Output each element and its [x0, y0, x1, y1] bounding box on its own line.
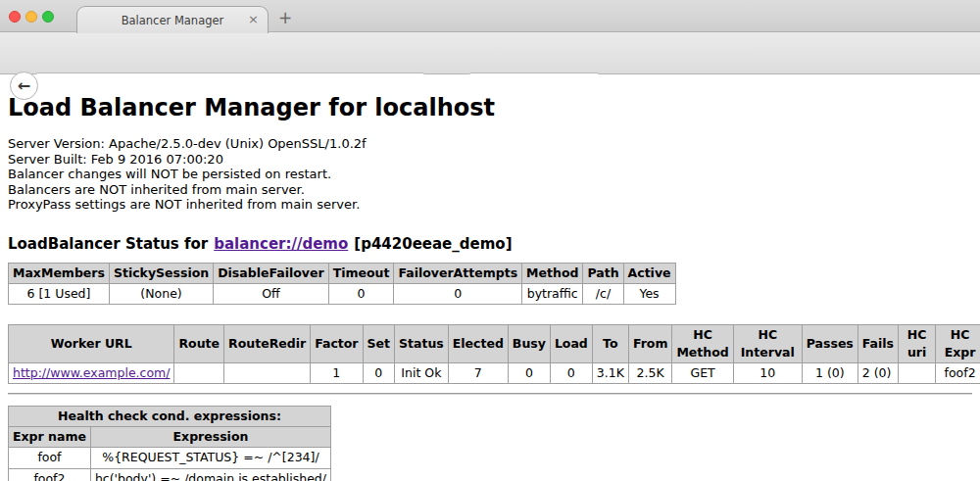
table-row: foof %{REQUEST_STATUS} =~ /^[234]/ [9, 448, 331, 468]
col-status: Status [395, 324, 449, 362]
hc-table-title: Health check cond. expressions: [9, 407, 331, 427]
balancer-summary-table: MaxMembers StickySession DisableFailover… [8, 263, 676, 305]
tab-close-icon[interactable]: × [248, 13, 259, 26]
col-hc-expr: HC Expr [936, 324, 980, 362]
cell-factor: 1 [311, 363, 363, 384]
cell-hc-expr: foof2 [936, 363, 980, 384]
col-worker-url: Worker URL [9, 324, 174, 362]
status-heading-prefix: LoadBalancer Status for [8, 235, 208, 253]
table-header-row: Worker URL Route RouteRedir Factor Set S… [9, 324, 980, 362]
inherit-note-line: Balancers are NOT inherited from main se… [8, 182, 972, 198]
col-expression: Expression [90, 427, 330, 448]
table-header-row: Expr name Expression [9, 427, 331, 448]
table-header-row: MaxMembers StickySession DisableFailover… [9, 263, 676, 283]
col-timeout: Timeout [328, 263, 394, 283]
col-hc-interval: HC Interval [733, 324, 802, 362]
page-title: Load Balancer Manager for localhost [8, 94, 972, 121]
col-elected: Elected [448, 324, 508, 362]
table-title-row: Health check cond. expressions: [9, 407, 331, 427]
cell-path: /c/ [583, 283, 623, 304]
cell-expr-name: foof2 [9, 468, 91, 481]
balancer-demo-link[interactable]: balancer://demo [214, 235, 348, 253]
col-failoverattempts: FailoverAttempts [394, 263, 522, 283]
col-maxmembers: MaxMembers [9, 263, 110, 283]
health-check-table: Health check cond. expressions: Expr nam… [8, 406, 331, 481]
browser-toolbar: ← ☆ [0, 32, 980, 74]
cell-disablefailover: Off [214, 283, 328, 304]
col-load: Load [550, 324, 592, 362]
col-hc-method: HC Method [672, 324, 733, 362]
worker-url-link[interactable]: http://www.example.com/ [13, 365, 170, 380]
cell-expr-name: foof [9, 448, 91, 468]
status-heading-suffix: [p4420eeae_demo] [354, 235, 512, 253]
col-disablefailover: DisableFailover [214, 263, 328, 283]
cell-stickysession: (None) [109, 283, 213, 304]
col-busy: Busy [508, 324, 550, 362]
col-path: Path [583, 263, 623, 283]
window-minimize-button[interactable] [25, 11, 37, 23]
window-zoom-button[interactable] [42, 11, 54, 23]
cell-active: Yes [623, 283, 675, 304]
col-passes: Passes [802, 324, 858, 362]
cell-hc-uri [899, 363, 936, 384]
table-row: http://www.example.com/ 1 0 Init Ok 7 0 … [9, 363, 980, 384]
page-content: Load Balancer Manager for localhost Serv… [0, 74, 980, 481]
server-info: Server Version: Apache/2.5.0-dev (Unix) … [8, 136, 972, 213]
cell-status: Init Ok [395, 363, 449, 384]
cell-set: 0 [363, 363, 394, 384]
col-method: Method [522, 263, 583, 283]
proxypass-note-line: ProxyPass settings are NOT inherited fro… [8, 197, 972, 213]
persist-note-line: Balancer changes will NOT be persisted o… [8, 167, 972, 182]
tab-title: Balancer Manager [122, 14, 224, 27]
cell-busy: 0 [508, 363, 550, 384]
cell-expression: hc('body') =~ /domain is established/ [90, 468, 330, 481]
cell-from: 2.5K [628, 363, 672, 384]
server-built-line: Server Built: Feb 9 2016 07:00:20 [8, 152, 972, 168]
col-active: Active [623, 263, 675, 283]
server-version-line: Server Version: Apache/2.5.0-dev (Unix) … [8, 136, 972, 152]
section-divider [8, 393, 972, 395]
cell-to: 3.1K [592, 363, 628, 384]
col-expr-name: Expr name [9, 427, 91, 448]
new-tab-button[interactable]: + [278, 8, 292, 27]
window-close-button[interactable] [9, 11, 21, 23]
cell-method: bytraffic [522, 283, 583, 304]
col-stickysession: StickySession [109, 263, 213, 283]
window-titlebar: Balancer Manager × + [0, 0, 980, 32]
cell-fails: 2 (0) [858, 363, 898, 384]
col-factor: Factor [311, 324, 363, 362]
table-row: 6 [1 Used] (None) Off 0 0 bytraffic /c/ … [9, 283, 676, 304]
cell-worker-url: http://www.example.com/ [9, 363, 174, 384]
cell-passes: 1 (0) [802, 363, 858, 384]
col-hc-uri: HC uri [899, 324, 936, 362]
cell-elected: 7 [448, 363, 508, 384]
cell-expression: %{REQUEST_STATUS} =~ /^[234]/ [90, 448, 330, 468]
browser-tab[interactable]: Balancer Manager × [76, 6, 269, 33]
col-route: Route [174, 324, 224, 362]
col-fails: Fails [858, 324, 898, 362]
col-from: From [628, 324, 672, 362]
worker-table: Worker URL Route RouteRedir Factor Set S… [8, 324, 980, 384]
col-routeredir: RouteRedir [224, 324, 311, 362]
col-to: To [592, 324, 628, 362]
cell-routeredir [224, 363, 311, 384]
cell-load: 0 [550, 363, 592, 384]
cell-hc-method: GET [672, 363, 733, 384]
cell-timeout: 0 [328, 283, 394, 304]
cell-failoverattempts: 0 [394, 283, 522, 304]
back-button[interactable]: ← [10, 72, 38, 100]
loadbalancer-status-heading: LoadBalancer Status forbalancer://demo[p… [8, 235, 972, 253]
cell-maxmembers: 6 [1 Used] [9, 283, 110, 304]
cell-route [174, 363, 224, 384]
cell-hc-interval: 10 [733, 363, 802, 384]
col-set: Set [363, 324, 394, 362]
table-row: foof2 hc('body') =~ /domain is establish… [9, 468, 331, 481]
